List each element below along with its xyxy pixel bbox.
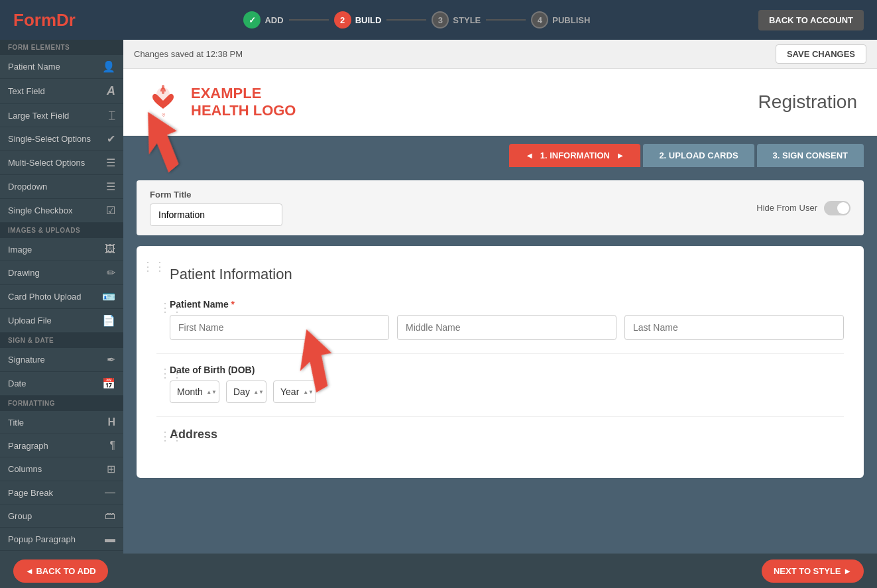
next-to-style-button[interactable]: NEXT TO STYLE ► [762,559,864,583]
sidebar-item-card-photo[interactable]: Card Photo Upload 🪪 [0,285,123,309]
multi-select-icon: ☰ [106,156,115,169]
content-area: Changes saved at 12:38 PM SAVE CHANGES ♡ [123,40,877,554]
day-select-wrapper: Day [226,381,266,403]
sidebar-item-date[interactable]: Date 📅 [0,372,123,396]
sidebar-item-drawing[interactable]: Drawing ✏ [0,261,123,285]
step-add-circle: ✓ [243,11,261,29]
page-break-label: Page Break [8,488,53,498]
save-changes-button[interactable]: SAVE CHANGES [776,44,866,64]
title-icon: H [107,416,115,428]
svg-text:♡: ♡ [162,113,166,117]
saved-status: Changes saved at 12:38 PM [134,49,243,59]
patient-name-label: Patient Name * [156,299,844,310]
step-line-2 [386,19,426,21]
svg-rect-0 [162,85,164,94]
sidebar-item-dropdown[interactable]: Dropdown ☰ [0,175,123,199]
field-drag-handle[interactable]: ⋮⋮ [159,300,183,315]
sidebar-item-popup-paragraph[interactable]: Popup Paragraph ▬ [0,528,123,551]
section-images-uploads: IMAGES & UPLOADS [0,223,123,238]
tab-sign-label: 3. SIGN CONSENT [773,150,848,160]
tab-info-arrow-left: ◄ [525,150,534,160]
step-add[interactable]: ✓ ADD [243,11,283,29]
sidebar-item-patient-name[interactable]: Patient Name 👤 [0,55,123,79]
sidebar-item-upload-file[interactable]: Upload File 📄 [0,309,123,333]
month-select[interactable]: Month [170,381,219,403]
sidebar-item-title[interactable]: Title H [0,411,123,434]
tab-information[interactable]: ◄ 1. INFORMATION ► [509,144,640,167]
section-title: Patient Information [156,266,844,283]
last-name-input[interactable] [624,315,844,340]
date-label: Date [8,379,26,388]
sidebar-item-image[interactable]: Image 🖼 [0,238,123,261]
tab-sign-consent[interactable]: 3. SIGN CONSENT [757,144,864,167]
sidebar-item-page-break[interactable]: Page Break — [0,481,123,504]
section-drag-handle[interactable]: ⋮⋮ [142,259,166,274]
tab-upload-cards[interactable]: 2. UPLOAD CARDS [643,144,754,167]
dob-label: Date of Birth (DOB) [156,365,844,375]
drawing-icon: ✏ [107,266,115,279]
address-field: ⋮⋮ Address [156,428,844,441]
sidebar-item-large-text[interactable]: Large Text Field ⌶ [0,104,123,127]
dropdown-label: Dropdown [8,182,47,192]
sidebar-item-columns[interactable]: Columns ⊞ [0,457,123,481]
dob-drag-handle[interactable]: ⋮⋮ [159,366,183,381]
sidebar-item-group[interactable]: Group 🗃 [0,504,123,528]
paragraph-label: Paragraph [8,441,48,451]
sidebar-item-multi-select[interactable]: Multi-Select Options ☰ [0,151,123,175]
middle-name-input[interactable] [397,315,616,340]
sidebar-item-text-field[interactable]: Text Field A [0,79,123,104]
step-publish[interactable]: 4 PUBLISH [531,11,590,29]
upload-file-label: Upload File [8,316,52,325]
day-select[interactable]: Day [226,381,266,403]
page-break-icon: — [105,487,115,499]
form-title-section: Form Title Hide From User [137,180,864,235]
logo-form: Form [13,10,56,30]
main-layout: FORM ELEMENTS Patient Name 👤 Text Field … [0,40,877,554]
bottom-bar: ◄ BACK TO ADD NEXT TO STYLE ► [0,554,877,588]
person-icon: 👤 [102,60,115,73]
form-title-input[interactable] [150,204,282,226]
step-line-3 [486,19,526,21]
form-title-label: Form Title [150,190,282,200]
month-select-wrapper: Month [170,381,219,403]
step-style[interactable]: 3 STYLE [432,11,481,29]
year-select[interactable]: Year [273,381,316,403]
status-bar: Changes saved at 12:38 PM SAVE CHANGES [123,40,877,69]
form-body: Form Title Hide From User ⋮⋮ Patient Inf… [123,167,877,491]
sidebar-item-signature[interactable]: Signature ✒ [0,348,123,372]
paragraph-icon: ¶ [109,440,115,451]
hide-toggle[interactable] [824,201,850,215]
image-icon: 🖼 [105,243,115,255]
sidebar-item-paragraph[interactable]: Paragraph ¶ [0,434,123,457]
back-to-account-button[interactable]: BACK TO ACCOUNT [758,10,864,30]
patient-name-label: Patient Name [8,62,60,72]
signature-label: Signature [8,355,45,365]
card-photo-label: Card Photo Upload [8,292,82,302]
form-logo-area: ♡ EXAMPLE HEALTH LOGO [143,82,296,122]
form-title-left: Form Title [150,190,282,226]
form-preview: ♡ EXAMPLE HEALTH LOGO Registration ◄ 1. … [123,69,877,554]
group-label: Group [8,511,32,521]
multi-select-label: Multi-Select Options [8,158,85,168]
address-drag-handle[interactable]: ⋮⋮ [159,429,183,443]
section-sign-date: SIGN & DATE [0,333,123,348]
dropdown-icon: ☰ [106,180,115,193]
sidebar-item-single-checkbox[interactable]: Single Checkbox ☑ [0,199,123,223]
name-inputs [156,315,844,340]
tab-info-label: 1. INFORMATION [540,150,610,160]
step-build-label: BUILD [355,15,382,25]
popup-icon: ▬ [105,533,115,545]
step-style-label: STYLE [453,15,481,25]
first-name-input[interactable] [170,315,389,340]
back-to-add-button[interactable]: ◄ BACK TO ADD [13,559,108,583]
sidebar-item-single-select[interactable]: Single-Select Options ✔ [0,127,123,151]
large-text-label: Large Text Field [8,111,69,121]
step-build[interactable]: 2 BUILD [334,11,382,29]
divider-2 [156,416,844,417]
toggle-knob [837,202,849,214]
step-add-label: ADD [264,15,283,25]
tabs-row: ◄ 1. INFORMATION ► 2. UPLOAD CARDS 3. SI… [123,136,877,167]
title-label: Title [8,418,24,428]
step-publish-label: PUBLISH [552,15,590,25]
single-select-label: Single-Select Options [8,134,91,144]
